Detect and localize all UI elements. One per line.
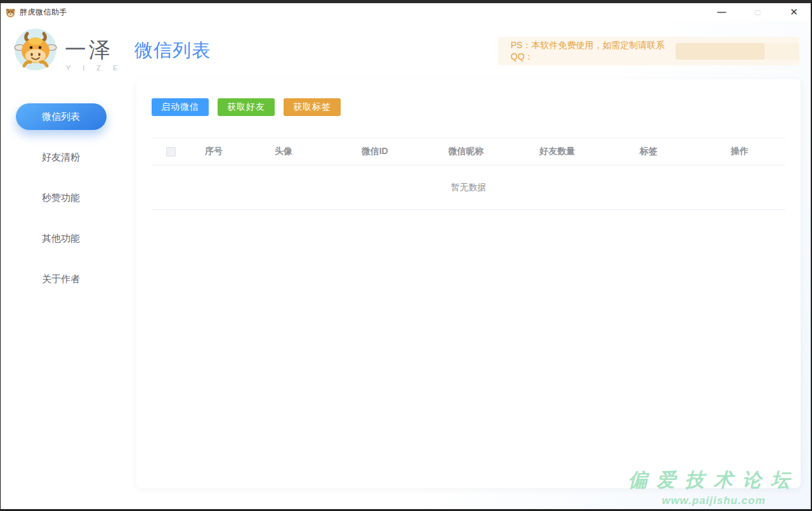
screen-edge-left bbox=[0, 0, 1, 511]
window-controls: — □ ✕ bbox=[704, 3, 812, 21]
table-header-row: 序号 头像 微信ID 微信昵称 好友数量 标签 操作 bbox=[152, 138, 785, 165]
sidebar-item-friend-clean[interactable]: 好友清粉 bbox=[0, 144, 122, 171]
sidebar-item-wechat-list[interactable]: 微信列表 bbox=[16, 103, 107, 130]
brand-name: 一泽 bbox=[65, 36, 113, 65]
notice-text: PS：本软件免费使用，如需定制请联系QQ： bbox=[511, 40, 673, 63]
content-card: 启动微信 获取好友 获取标签 序号 头像 微信ID 微信昵称 好友数量 标签 操… bbox=[136, 79, 801, 488]
maximize-button[interactable]: □ bbox=[740, 3, 776, 21]
header-wechat-id: 微信ID bbox=[329, 146, 421, 157]
app-title: 胖虎微信助手 bbox=[20, 7, 67, 18]
header-avatar: 头像 bbox=[238, 146, 329, 157]
header-index: 序号 bbox=[190, 146, 238, 157]
redacted-qq-block bbox=[676, 43, 799, 60]
ox-logo-icon bbox=[14, 28, 57, 71]
header-nickname: 微信昵称 bbox=[421, 146, 512, 157]
get-friends-button[interactable]: 获取好友 bbox=[218, 98, 275, 116]
screen-edge-top bbox=[0, 0, 812, 3]
minimize-button[interactable]: — bbox=[704, 3, 740, 21]
sidebar-item-about-author[interactable]: 关于作者 bbox=[0, 266, 122, 292]
header-actions: 操作 bbox=[694, 146, 785, 157]
select-all-checkbox[interactable] bbox=[166, 147, 176, 157]
app-tiger-icon bbox=[5, 7, 16, 18]
empty-state: 暂无数据 bbox=[152, 165, 785, 210]
start-wechat-button[interactable]: 启动微信 bbox=[152, 98, 209, 116]
notice-banner: PS：本软件免费使用，如需定制请联系QQ： bbox=[498, 37, 799, 65]
header-tags: 标签 bbox=[603, 146, 694, 157]
watermark-url: www.paijishu.com bbox=[628, 495, 799, 507]
select-all-cell bbox=[152, 147, 190, 157]
titlebar[interactable]: 胖虎微信助手 — □ ✕ bbox=[0, 3, 812, 21]
page-title: 微信列表 bbox=[134, 38, 211, 63]
header-friend-count: 好友数量 bbox=[511, 146, 603, 157]
sidebar-item-instant-like[interactable]: 秒赞功能 bbox=[0, 184, 122, 211]
get-tags-button[interactable]: 获取标签 bbox=[284, 98, 341, 116]
close-button[interactable]: ✕ bbox=[776, 3, 812, 21]
toolbar: 启动微信 获取好友 获取标签 bbox=[152, 98, 785, 116]
brand-letters: Y I Z E bbox=[66, 64, 122, 72]
empty-state-text: 暂无数据 bbox=[451, 182, 487, 193]
sidebar: 微信列表 好友清粉 秒赞功能 其他功能 关于作者 bbox=[0, 103, 122, 292]
sidebar-item-other-functions[interactable]: 其他功能 bbox=[0, 225, 122, 252]
